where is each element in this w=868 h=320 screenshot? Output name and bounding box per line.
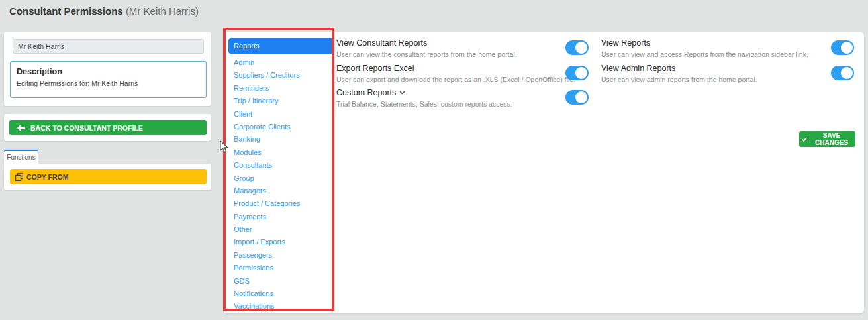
nav-item-managers[interactable]: Managers (228, 185, 334, 197)
page-title-subject: (Mr Keith Harris) (126, 5, 199, 17)
nav-item-payments[interactable]: Payments (228, 211, 334, 223)
consultant-name-input[interactable] (13, 39, 204, 54)
nav-item-client[interactable]: Client (228, 108, 334, 121)
nav-item-group[interactable]: Group (228, 172, 334, 185)
permission-title: View Consultant Reports (336, 38, 589, 48)
permission-row: Custom ReportsTrial Balance, Statements,… (336, 88, 589, 108)
description-box: Description Editing Permissions for: Mr … (10, 61, 207, 98)
toggle-view-consultant-reports[interactable] (565, 40, 589, 55)
page-title-text: Consultant Permissions (9, 5, 123, 17)
permission-title-text: View Admin Reports (601, 64, 675, 73)
description-text: Editing Permissions for: Mr Keith Harris (17, 80, 206, 87)
permission-title-text: View Consultant Reports (336, 38, 427, 48)
check-icon (802, 136, 807, 142)
tab-functions[interactable]: Functions (4, 150, 38, 164)
permissions-category-nav: ReportsAdminSuppliers / CreditorsReminde… (228, 38, 334, 313)
nav-item-banking[interactable]: Banking (228, 133, 334, 146)
back-to-consultant-profile-button[interactable]: BACK TO CONSULTANT PROFILE (9, 120, 207, 135)
permission-description: Trial Balance, Statements, Sales, custom… (336, 100, 589, 108)
permission-row: Export Reports ExcelUser can export and … (336, 64, 589, 83)
permission-title: View Reports (601, 38, 854, 48)
permission-title-text: View Reports (601, 38, 650, 48)
toggle-knob (841, 42, 853, 54)
nav-item-modules[interactable]: Modules (228, 146, 334, 159)
nav-item-other[interactable]: Other (228, 223, 334, 236)
save-changes-button[interactable]: SAVE CHANGES (799, 131, 855, 147)
nav-item-trip-itinerary[interactable]: Trip / Itinerary (228, 95, 334, 107)
permission-row: View Consultant ReportsUser can view the… (336, 38, 589, 58)
toggle-knob (575, 67, 587, 79)
permission-row: View ReportsUser can view and access Rep… (601, 38, 854, 58)
nav-item-permissions[interactable]: Permissions (228, 262, 334, 274)
nav-item-gds[interactable]: GDS (228, 275, 334, 288)
permission-title: Export Reports Excel (336, 64, 589, 73)
save-changes-label: SAVE CHANGES (810, 132, 853, 146)
nav-item-admin[interactable]: Admin (228, 56, 334, 69)
permission-title-text: Custom Reports (336, 88, 396, 97)
functions-card: COPY FROM (4, 164, 211, 190)
profile-card: Description Editing Permissions for: Mr … (4, 32, 211, 106)
back-button-label: BACK TO CONSULTANT PROFILE (30, 124, 143, 132)
toggle-view-reports[interactable] (831, 40, 854, 55)
permission-description: User can view admin reports from the hom… (601, 76, 854, 83)
nav-item-notifications[interactable]: Notifications (228, 288, 334, 300)
description-title: Description (17, 67, 206, 76)
copy-icon (15, 173, 23, 181)
functions-tab-label: Functions (7, 154, 35, 161)
permissions-panel: ReportsAdminSuppliers / CreditorsReminde… (223, 32, 864, 313)
permission-description: User can view and access Reports from th… (601, 50, 854, 58)
toggle-export-reports-excel[interactable] (565, 66, 589, 80)
nav-item-consultants[interactable]: Consultants (228, 159, 334, 172)
permission-title-text: Export Reports Excel (336, 64, 414, 73)
toggle-knob (575, 42, 587, 54)
nav-item-vaccinations[interactable]: Vaccinations (228, 300, 334, 313)
nav-item-suppliers-creditors[interactable]: Suppliers / Creditors (228, 69, 334, 81)
arrow-left-icon (17, 125, 25, 131)
nav-item-passengers[interactable]: Passengers (228, 249, 334, 262)
permission-title[interactable]: Custom Reports (336, 88, 589, 97)
back-card: BACK TO CONSULTANT PROFILE (4, 114, 211, 141)
nav-item-reports[interactable]: Reports (228, 38, 334, 54)
permission-description: User can export and download the report … (336, 76, 589, 83)
permission-row: View Admin ReportsUser can view admin re… (601, 64, 854, 83)
toggle-knob (841, 67, 853, 79)
chevron-down-icon[interactable] (399, 91, 405, 95)
permission-description: User can view the consultant reports fro… (336, 50, 589, 58)
copy-from-button[interactable]: COPY FROM (10, 169, 207, 184)
copy-from-label: COPY FROM (26, 173, 68, 181)
toggle-knob (575, 91, 587, 103)
toggle-custom-reports[interactable] (565, 90, 589, 105)
nav-item-reminders[interactable]: Reminders (228, 82, 334, 95)
nav-item-import-exports[interactable]: Import / Exports (228, 236, 334, 248)
page-title: Consultant Permissions (Mr Keith Harris) (9, 5, 199, 17)
nav-item-product-categories[interactable]: Product / Categories (228, 197, 334, 210)
nav-item-corporate-clients[interactable]: Corporate Clients (228, 121, 334, 133)
permission-title: View Admin Reports (601, 64, 854, 73)
toggle-view-admin-reports[interactable] (831, 66, 854, 80)
